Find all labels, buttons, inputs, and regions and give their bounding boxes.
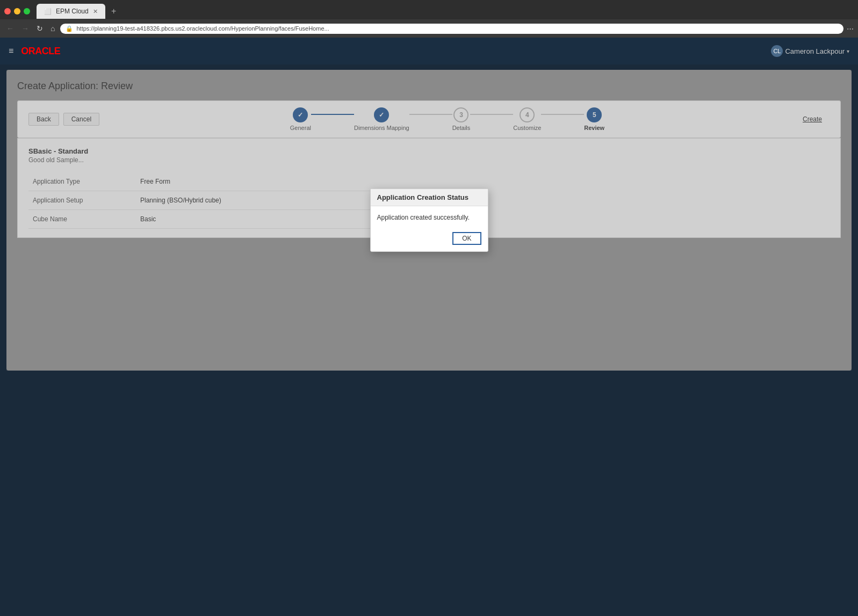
tab-title: EPM Cloud	[56, 8, 89, 15]
hamburger-menu-icon[interactable]: ≡	[9, 46, 13, 56]
modal-footer: OK	[371, 229, 488, 251]
modal-body: Application created successfully.	[371, 206, 488, 229]
back-button[interactable]: ←	[4, 23, 16, 34]
user-caret-icon: ▾	[847, 48, 849, 54]
browser-nav-bar: ← → ↻ ⌂ 🔒 https://planning19-test-a41832…	[0, 19, 858, 38]
forward-button[interactable]: →	[19, 23, 31, 34]
url-text: https://planning19-test-a418326.pbcs.us2…	[76, 25, 329, 32]
user-name: Cameron Lackpour	[785, 47, 845, 55]
maximize-window-button[interactable]	[24, 8, 30, 15]
minimize-window-button[interactable]	[14, 8, 20, 15]
security-lock-icon: 🔒	[66, 25, 73, 32]
header-left: ≡ ORACLE	[9, 46, 60, 57]
tab-close-icon[interactable]: ✕	[93, 8, 98, 15]
user-avatar: CL	[771, 45, 783, 57]
ok-button[interactable]: OK	[452, 232, 481, 245]
oracle-header: ≡ ORACLE CL Cameron Lackpour ▾	[0, 38, 858, 64]
extensions-icon[interactable]: ⋯	[847, 25, 854, 33]
modal-dialog: Application Creation Status Application …	[370, 189, 488, 252]
user-menu[interactable]: CL Cameron Lackpour ▾	[771, 45, 849, 57]
active-tab[interactable]: ⬜ EPM Cloud ✕	[37, 4, 105, 19]
refresh-button[interactable]: ↻	[34, 23, 45, 34]
modal-header: Application Creation Status	[371, 189, 488, 206]
home-button[interactable]: ⌂	[48, 23, 57, 34]
close-window-button[interactable]	[4, 8, 11, 15]
traffic-lights	[4, 8, 30, 15]
oracle-logo-text: ORACLE	[21, 46, 60, 56]
new-tab-button[interactable]: +	[107, 5, 120, 18]
modal-backdrop: Application Creation Status Application …	[6, 70, 852, 371]
nav-actions: ⋯	[847, 25, 854, 33]
browser-tab-bar: ⬜ EPM Cloud ✕ +	[0, 0, 858, 19]
tab-favicon: ⬜	[44, 8, 52, 15]
browser-chrome: ⬜ EPM Cloud ✕ + ← → ↻ ⌂ 🔒 https://planni…	[0, 0, 858, 38]
main-content: Create Application: Review Back Cancel ✓…	[6, 70, 852, 371]
oracle-logo: ORACLE	[21, 46, 60, 57]
address-bar[interactable]: 🔒 https://planning19-test-a418326.pbcs.u…	[60, 24, 843, 34]
